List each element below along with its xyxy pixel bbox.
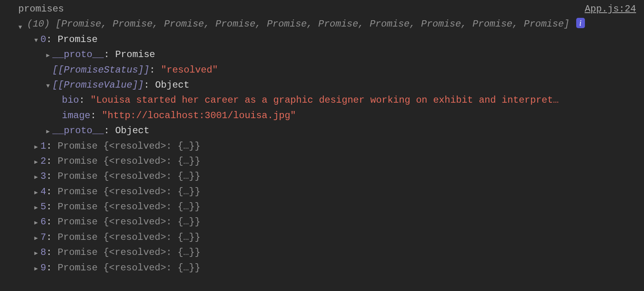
value-preview: Promise {<resolved>: {…}} [58,171,200,182]
chevron-right-icon[interactable] [32,245,40,260]
proto-row[interactable]: __proto__: Object [44,123,640,138]
object-key: __proto__ [52,125,104,136]
object-value: "http://localhost:3001/louisa.jpg" [102,110,296,121]
value-preview: Promise {<resolved>: {…}} [58,232,200,243]
chevron-right-icon[interactable] [32,260,40,276]
array-item-0[interactable]: 0: Promise [32,32,640,47]
array-summary: [Promise, Promise, Promise, Promise, Pro… [56,19,569,29]
array-item[interactable]: 1: Promise {<resolved>: {…}} [32,139,640,154]
value-type: Promise [58,34,98,45]
chevron-right-icon[interactable] [32,169,40,184]
chevron-down-icon[interactable] [32,32,40,47]
value-preview: Promise {<resolved>: {…}} [58,186,200,197]
chevron-right-icon[interactable] [44,123,52,138]
array-item[interactable]: 4: Promise {<resolved>: {…}} [32,184,640,199]
array-item[interactable]: 6: Promise {<resolved>: {…}} [32,214,640,230]
array-count: (10) [27,19,50,29]
value-preview: Promise {<resolved>: {…}} [58,216,200,227]
array-index: 2 [40,156,46,167]
array-item[interactable]: 2: Promise {<resolved>: {…}} [32,154,640,169]
chevron-right-icon[interactable] [32,154,40,169]
array-summary-row[interactable]: (10) [Promise, Promise, Promise, Promise… [4,17,640,32]
source-link[interactable]: App.js:24 [585,2,636,17]
object-key: bio [62,95,79,105]
object-value: Promise [115,49,155,60]
chevron-down-icon[interactable] [16,19,25,34]
log-label: promises [18,4,64,14]
value-preview: Promise {<resolved>: {…}} [58,156,200,167]
array-index: 7 [40,232,46,243]
object-key: image [62,110,90,121]
array-index: 3 [40,171,46,182]
array-index: 1 [40,141,46,151]
value-preview: Promise {<resolved>: {…}} [58,141,200,151]
chevron-right-icon[interactable] [32,139,40,154]
object-key: __proto__ [52,49,104,60]
object-key: [[PromiseValue]] [52,80,144,90]
array-index: 8 [40,247,46,258]
value-preview: Promise {<resolved>: {…}} [58,201,200,212]
chevron-right-icon[interactable] [32,214,40,230]
object-value: "Louisa started her career as a graphic … [90,95,559,105]
proto-row[interactable]: __proto__: Promise [44,47,640,62]
array-index: 9 [40,262,46,273]
object-value: Object [115,125,149,136]
object-value: "resolved" [161,65,218,75]
console-output: promises App.js:24 (10) [Promise, Promis… [0,0,644,280]
chevron-right-icon[interactable] [44,47,52,62]
chevron-right-icon[interactable] [32,184,40,199]
info-icon[interactable]: i [576,18,585,28]
value-preview: Promise {<resolved>: {…}} [58,247,200,258]
array-index: 5 [40,201,46,212]
array-item[interactable]: 9: Promise {<resolved>: {…}} [32,260,640,276]
object-value: Object [155,80,189,90]
log-header-row: promises App.js:24 [4,2,640,17]
chevron-right-icon[interactable] [32,230,40,245]
promise-status-row: [[PromiseStatus]]: "resolved" [44,63,640,78]
array-index: 0 [40,34,46,45]
property-bio: bio: "Louisa started her career as a gra… [62,93,640,108]
promise-value-row[interactable]: [[PromiseValue]]: Object [44,78,640,93]
object-key: [[PromiseStatus]] [52,65,150,75]
array-item[interactable]: 5: Promise {<resolved>: {…}} [32,199,640,214]
array-item[interactable]: 7: Promise {<resolved>: {…}} [32,230,640,245]
array-index: 6 [40,216,46,227]
value-preview: Promise {<resolved>: {…}} [58,262,200,273]
array-item[interactable]: 3: Promise {<resolved>: {…}} [32,169,640,184]
chevron-down-icon[interactable] [44,78,52,93]
array-index: 4 [40,186,46,197]
array-item[interactable]: 8: Promise {<resolved>: {…}} [32,245,640,260]
chevron-right-icon[interactable] [32,199,40,214]
property-image: image: "http://localhost:3001/louisa.jpg… [62,108,640,123]
